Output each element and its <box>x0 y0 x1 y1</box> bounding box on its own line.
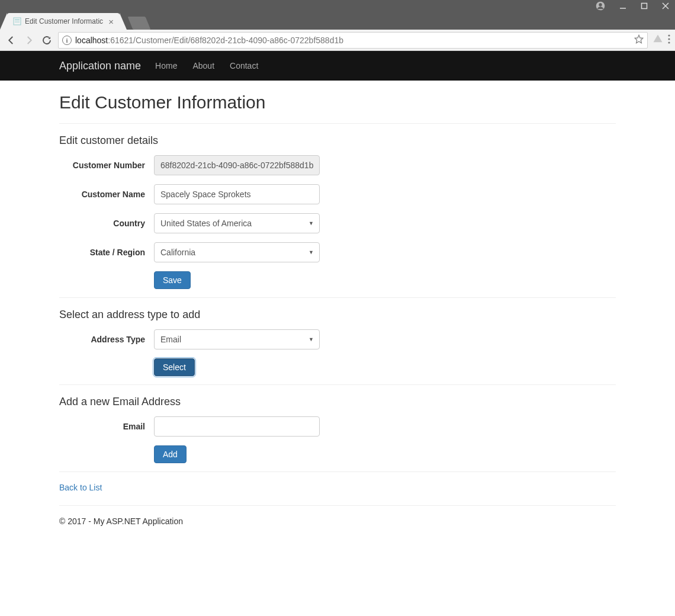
minimize-icon[interactable] <box>619 2 626 9</box>
section-heading-email: Add a new Email Address <box>59 396 616 408</box>
new-tab-button[interactable] <box>128 17 151 30</box>
window-titlebar <box>0 0 675 12</box>
label-region: State / Region <box>59 248 154 257</box>
country-select[interactable]: United States of America <box>154 213 320 233</box>
label-customer-name: Customer Name <box>59 190 154 199</box>
region-select[interactable]: California <box>154 242 320 262</box>
svg-rect-3 <box>642 4 647 9</box>
address-type-select[interactable]: Email <box>154 329 320 349</box>
svg-point-13 <box>668 41 670 43</box>
save-button[interactable]: Save <box>154 271 191 289</box>
customer-name-input[interactable] <box>154 184 320 204</box>
browser-tabstrip: Edit Customer Informatic × <box>0 12 675 30</box>
back-to-list-link[interactable]: Back to List <box>59 483 102 492</box>
email-input[interactable] <box>154 416 320 437</box>
add-button[interactable]: Add <box>154 445 187 463</box>
svg-point-12 <box>668 38 670 40</box>
page-title: Edit Customer Information <box>59 92 616 113</box>
svg-point-11 <box>668 34 670 36</box>
back-button[interactable] <box>5 34 18 47</box>
svg-point-1 <box>599 3 602 6</box>
nav-link-about[interactable]: About <box>192 61 214 70</box>
forward-button[interactable] <box>22 34 36 47</box>
page-viewport: Application name Home About Contact Edit… <box>0 51 675 616</box>
svg-marker-10 <box>635 35 642 43</box>
extension-icon[interactable] <box>652 34 663 46</box>
divider <box>59 505 616 506</box>
divider <box>59 123 616 124</box>
bookmark-star-icon[interactable] <box>634 34 644 46</box>
app-navbar: Application name Home About Contact <box>0 51 675 81</box>
label-country: Country <box>59 219 154 228</box>
divider <box>59 384 616 385</box>
select-button[interactable]: Select <box>154 358 195 376</box>
browser-menu-icon[interactable] <box>668 34 670 46</box>
nav-link-home[interactable]: Home <box>155 61 177 70</box>
browser-tab-active[interactable]: Edit Customer Informatic × <box>7 13 120 30</box>
footer-text: © 2017 - My ASP.NET Application <box>59 516 616 526</box>
svg-rect-8 <box>15 21 20 21</box>
browser-toolbar: i localhost:61621/Customer/Edit/68f8202d… <box>0 30 675 51</box>
account-icon[interactable] <box>596 1 605 11</box>
favicon-icon <box>13 17 21 25</box>
navbar-brand[interactable]: Application name <box>59 60 141 72</box>
section-heading-address-type: Select an address type to add <box>59 309 616 321</box>
customer-number-input <box>154 155 320 175</box>
close-icon[interactable] <box>662 2 669 9</box>
svg-rect-9 <box>15 22 20 23</box>
section-heading-details: Edit customer details <box>59 134 616 147</box>
url-text: localhost:61621/Customer/Edit/68f8202d-2… <box>75 36 343 45</box>
nav-link-contact[interactable]: Contact <box>230 61 258 70</box>
divider <box>59 297 616 298</box>
label-address-type: Address Type <box>59 335 154 344</box>
reload-button[interactable] <box>40 34 53 47</box>
site-info-icon[interactable]: i <box>62 36 72 45</box>
svg-rect-7 <box>15 19 20 20</box>
label-customer-number: Customer Number <box>59 161 154 170</box>
divider <box>59 471 616 472</box>
address-bar[interactable]: i localhost:61621/Customer/Edit/68f8202d… <box>58 32 648 49</box>
maximize-icon[interactable] <box>641 2 648 9</box>
tab-close-icon[interactable]: × <box>108 17 114 26</box>
tab-title: Edit Customer Informatic <box>25 17 105 25</box>
label-email: Email <box>59 422 154 431</box>
